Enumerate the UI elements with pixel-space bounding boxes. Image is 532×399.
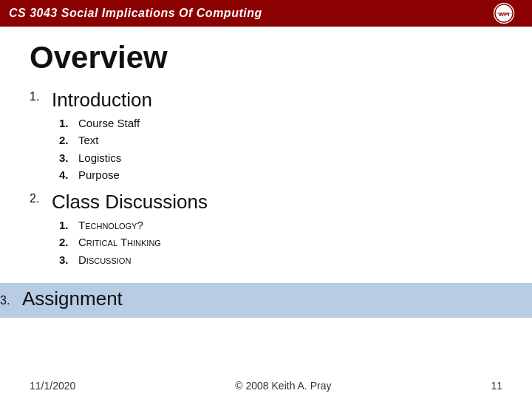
- section-1-number: 1.: [30, 89, 52, 103]
- footer-copyright: © 2008 Keith A. Pray: [235, 380, 331, 392]
- list-item: 2. Critical Thinking: [59, 233, 502, 250]
- subitem-num: 4.: [59, 166, 74, 183]
- section-3-heading: Assignment: [22, 287, 123, 310]
- main-content: Overview 1. Introduction 1. Course Staff…: [0, 27, 532, 283]
- svg-text:WPI: WPI: [498, 11, 509, 18]
- subitem-text: Technology?: [78, 216, 143, 233]
- list-item: 3. Discussion: [59, 251, 502, 268]
- subitem-text: Logistics: [78, 149, 121, 166]
- subitem-text: Course Staff: [78, 115, 140, 132]
- header-bar: CS 3043 Social Implications Of Computing…: [0, 0, 532, 27]
- section-2: 2. Class Discussions 1. Technology? 2. C…: [30, 191, 502, 268]
- list-item: 4. Purpose: [59, 166, 502, 183]
- header-title: CS 3043 Social Implications Of Computing: [9, 7, 262, 20]
- subitem-text: Purpose: [78, 166, 120, 183]
- section-1-content: Introduction 1. Course Staff 2. Text 3. …: [52, 89, 502, 183]
- footer-date: 11/1/2020: [30, 380, 75, 392]
- section-2-content: Class Discussions 1. Technology? 2. Crit…: [52, 191, 502, 268]
- footer: 11/1/2020 © 2008 Keith A. Pray 11: [0, 380, 532, 392]
- subitem-num: 1.: [59, 115, 74, 132]
- section-3-number: 3.: [0, 293, 22, 307]
- wpi-logo: WPI: [485, 1, 523, 25]
- subitem-num: 3.: [59, 149, 74, 166]
- subitem-text: Text: [78, 132, 99, 149]
- section-1-heading: Introduction: [52, 89, 502, 112]
- footer-page: 11: [491, 380, 502, 392]
- section-2-sublist: 1. Technology? 2. Critical Thinking 3. D…: [52, 216, 502, 268]
- section-3-highlighted: 3. Assignment: [0, 283, 532, 318]
- section-2-number: 2.: [30, 191, 52, 205]
- list-item: 1. Technology?: [59, 216, 502, 233]
- subitem-text: Discussion: [78, 251, 131, 268]
- subitem-text: Critical Thinking: [78, 233, 161, 250]
- list-item: 2. Text: [59, 132, 502, 149]
- subitem-num: 2.: [59, 132, 74, 149]
- page-title: Overview: [30, 40, 502, 75]
- subitem-num: 3.: [59, 251, 74, 268]
- section-1: 1. Introduction 1. Course Staff 2. Text …: [30, 89, 502, 183]
- section-1-sublist: 1. Course Staff 2. Text 3. Logistics 4. …: [52, 115, 502, 183]
- subitem-num: 1.: [59, 216, 74, 233]
- list-item: 1. Course Staff: [59, 115, 502, 132]
- list-item: 3. Logistics: [59, 149, 502, 166]
- subitem-num: 2.: [59, 233, 74, 250]
- section-2-heading: Class Discussions: [52, 191, 502, 214]
